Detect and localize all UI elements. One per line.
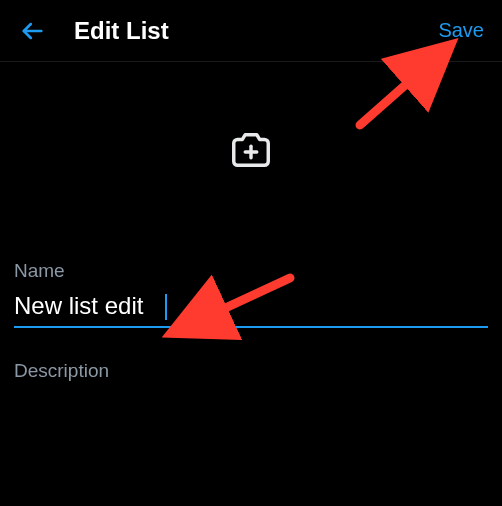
name-input-wrap	[14, 292, 488, 328]
text-cursor	[165, 294, 167, 320]
back-button[interactable]	[18, 17, 46, 45]
name-label: Name	[14, 260, 488, 282]
add-photo-button[interactable]	[228, 127, 274, 177]
name-input[interactable]	[14, 292, 488, 320]
page-title: Edit List	[74, 17, 438, 45]
banner-photo-area	[0, 62, 502, 242]
save-button[interactable]: Save	[438, 19, 484, 42]
description-label: Description	[14, 360, 488, 382]
arrow-left-icon	[18, 17, 46, 45]
edit-form: Name Description	[0, 242, 502, 424]
description-input[interactable]	[14, 396, 488, 424]
description-block: Description	[14, 360, 488, 424]
camera-plus-icon	[228, 127, 274, 173]
header: Edit List Save	[0, 0, 502, 62]
